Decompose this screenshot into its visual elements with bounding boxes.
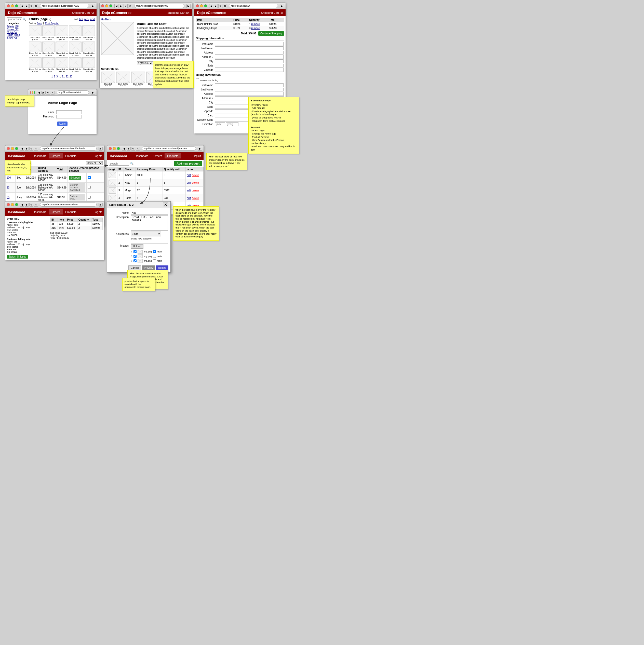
reload-btn[interactable]: ↺ [29,147,33,151]
exp-mm-input[interactable] [215,122,225,126]
product-description-textarea[interactable]: Great Fit, Cool new colors [131,215,168,231]
similar-item[interactable]: Black Belt for $19.99 [131,71,145,86]
url-bar[interactable] [134,4,184,8]
stop-btn[interactable]: ✕ [34,203,38,207]
logoff-link[interactable]: log off [95,211,101,213]
nav-products[interactable]: Products [63,153,79,159]
password-input[interactable] [56,115,82,119]
edit-product-link[interactable]: edit [187,197,191,199]
similar-item[interactable]: Black Belt $19.99 [101,71,115,86]
nav-orders[interactable]: Orders [49,209,63,214]
product-item[interactable]: Black Belt for $19.99 [69,25,82,41]
close-btn[interactable] [30,91,31,94]
min-btn[interactable] [11,203,14,206]
go-btn[interactable]: ▶ [98,147,103,151]
back-btn[interactable]: ◀ [37,91,41,94]
nav-orders[interactable]: Orders [151,153,165,159]
product-item[interactable]: Black Belt for $19.99 [29,57,41,72]
forward-btn[interactable]: ▶ [25,147,29,151]
product-name-input[interactable] [131,211,168,215]
new-category-input[interactable] [131,240,168,244]
back-btn[interactable]: ◀ [209,4,213,8]
logoff-link[interactable]: log off [194,155,201,158]
img-delete-checkbox[interactable] [134,250,137,253]
remove-link[interactable]: remove [251,27,260,30]
reload-btn[interactable]: ↺ [29,4,33,8]
state-input[interactable] [215,64,283,67]
order-id-link[interactable]: 100 [7,176,11,179]
product-search-input[interactable] [7,17,22,21]
reload-btn[interactable]: ↺ [131,147,135,151]
product-item[interactable]: Black Belt for $19.99 [42,57,55,72]
cart-label[interactable]: Shopping Cart (0) [167,11,190,14]
min-btn[interactable] [105,4,108,7]
reload-btn[interactable]: ↺ [218,4,222,8]
go-btn[interactable]: ▶ [187,4,191,8]
go-btn[interactable]: ▶ [91,4,95,8]
reload-btn[interactable]: ↺ [46,91,50,94]
edit-product-link[interactable]: edit [187,181,191,184]
upload-button[interactable]: Upload [131,244,144,249]
forward-btn[interactable]: ▶ [41,91,46,94]
min-btn[interactable] [11,147,14,150]
back-btn[interactable]: ◀ [20,147,24,151]
billing-address[interactable] [215,92,283,96]
forward-btn[interactable]: ▶ [119,4,123,8]
max-btn[interactable] [204,4,207,7]
url-bar[interactable] [40,4,89,8]
product-item[interactable]: Black Belt for $19.99 [55,41,68,57]
img-delete-checkbox[interactable] [134,255,137,258]
back-btn[interactable]: ◀ [20,4,24,8]
back-btn[interactable]: ◀ [122,147,126,151]
page-1[interactable]: 1 [51,75,53,78]
similar-item[interactable]: Black Belt for $19.99 [116,71,130,86]
back-btn[interactable]: ◀ [115,4,119,8]
page-2[interactable]: 2 [54,75,55,78]
url-bar[interactable] [57,90,89,94]
city-input[interactable] [215,59,283,63]
url-bar[interactable] [40,203,96,207]
max-btn[interactable] [15,203,18,206]
product-item[interactable]: Black Belt for $19.99 [42,25,55,41]
most-popular[interactable]: Most Popular [45,22,59,24]
category-showall[interactable]: Show All [7,36,27,39]
go-back-link[interactable]: Go Back [101,18,111,21]
main-checkbox[interactable] [153,255,156,258]
max-btn[interactable] [15,4,18,7]
search-icon[interactable]: 🔍 [130,162,134,165]
product-item[interactable]: Black Belt $19.99 [29,25,41,41]
email-input[interactable] [56,110,82,114]
product-item[interactable]: Black Belt for $19.99 [55,25,68,41]
preview-btn[interactable]: Preview [142,265,155,270]
product-item[interactable]: Black Belt for $19.99 [42,41,55,57]
exp-year-input[interactable] [226,122,238,126]
close-btn[interactable] [7,147,10,150]
stop-btn[interactable]: ✕ [34,147,38,151]
continue-shopping-btn[interactable]: Continue Shopping [258,31,284,36]
cart-label[interactable]: Shopping Cart (5) [261,11,283,14]
close-btn[interactable] [101,4,104,7]
sort-prev[interactable]: prev [84,18,89,21]
stop-btn[interactable]: ✕ [34,4,38,8]
show-all-select[interactable]: Show All Shipped In Process Cancelled [86,161,103,165]
min-btn[interactable] [11,4,14,7]
forward-btn[interactable]: ▶ [214,4,218,8]
forward-btn[interactable]: ▶ [127,147,131,151]
main-checkbox[interactable] [153,250,156,253]
same-as-shipping-checkbox[interactable] [196,78,199,81]
stop-btn[interactable]: ✕ [136,147,140,151]
order-id-link[interactable]: 55 [7,196,9,199]
shipped-checkbox[interactable] [87,176,91,179]
remove-link[interactable]: remove [251,23,260,25]
nav-products[interactable]: Products [63,209,79,214]
category-cups[interactable]: Cups (5) [7,31,27,34]
stop-btn[interactable]: ✕ [223,4,227,8]
stop-btn[interactable]: ✕ [51,91,55,94]
page-23[interactable]: 23 [69,75,72,78]
delete-product-link[interactable]: delete [192,174,199,177]
shipped-checkbox[interactable] [87,196,91,199]
sort-by[interactable]: Price [37,22,42,24]
go-btn[interactable]: ▶ [280,4,284,8]
close-btn[interactable] [196,4,199,7]
reload-btn[interactable]: ↺ [29,203,33,207]
